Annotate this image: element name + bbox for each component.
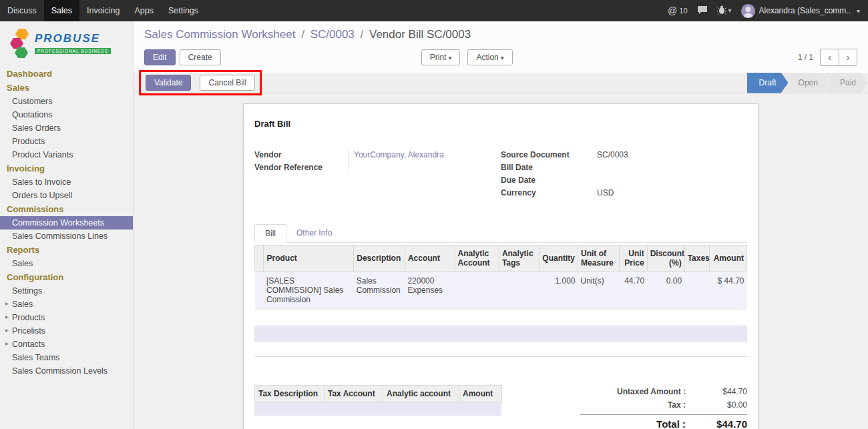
row-handle [255,272,264,310]
sidebar-section-commissions[interactable]: Commissions [0,202,133,216]
menu-sales[interactable]: Sales [44,0,79,21]
tax-label: Tax : [580,398,694,412]
sidebar-item-sales-to-invoice[interactable]: Sales to Invoice [0,175,133,189]
cell-analytic-tags [499,272,539,310]
annotation-highlight-box: Validate Cancel Bill [139,70,262,95]
tab-other-info[interactable]: Other Info [286,224,342,243]
vendor-reference-label: Vendor Reference [254,161,348,174]
cell-amount: $ 44.70 [709,272,746,310]
status-paid: Paid [824,73,868,93]
cell-analytic-account [455,272,499,310]
tab-bill[interactable]: Bill [254,224,286,243]
sidebar-item-sales-commissions-lines[interactable]: Sales Commissions Lines [0,230,133,243]
sidebar-section-configuration[interactable]: Configuration [0,270,133,284]
sidebar-section-reports[interactable]: Reports [0,243,133,257]
vendor-reference-value [348,161,501,174]
avatar [741,4,755,18]
breadcrumb: Sales Commission Worksheet / SC/0003 / V… [144,28,857,41]
company-logo: PROBUSE PROFESSIONAL BUSINESS [0,21,133,67]
col-tax-amount: Amount [459,386,502,402]
logo-hexagons-icon [8,28,31,59]
tax-lines-table: Tax Description Tax Account Analytic acc… [254,385,501,429]
sidebar-item-sales-orders[interactable]: Sales Orders [0,121,133,135]
vendor-label: Vendor [254,149,348,161]
col-tax-account: Tax Account [324,386,383,402]
logo-subtitle: PROFESSIONAL BUSINESS [35,48,111,54]
create-button[interactable]: Create [180,49,221,65]
sidebar-item-reports-sales[interactable]: Sales [0,257,133,270]
breadcrumb-current: Vendor Bill SC/0003 [369,28,471,41]
sidebar-item-products[interactable]: Products [0,135,133,148]
invoice-line-row[interactable]: [SALES COMMISSION] Sales Commission Sale… [255,272,747,310]
sidebar-section-invoicing[interactable]: Invoicing [0,161,133,175]
col-analytic-tags: Analytic Tags [499,246,539,272]
sidebar-section-sales[interactable]: Sales [0,81,133,95]
cell-unit-price: 44.70 [620,272,647,310]
menu-apps[interactable]: Apps [127,0,161,21]
cell-quantity: 1.000 [539,272,578,310]
status-draft: Draft [747,73,789,93]
validate-button[interactable]: Validate [146,75,191,91]
sidebar-item-config-settings[interactable]: Settings [0,284,133,298]
user-menu[interactable]: Alexandra (Sales_comm.. [741,4,860,18]
sidebar-item-sales-commission-levels[interactable]: Sales Commission Levels [0,364,133,378]
pager-previous-button[interactable] [820,49,839,66]
empty-list-stripe [254,326,747,342]
control-panel: Sales Commission Worksheet / SC/0003 / V… [134,21,868,73]
sidebar-nav: Dashboard Sales Customers Quotations Sal… [0,67,133,378]
empty-tax-row-stripe [254,402,501,416]
mentions-button[interactable]: 10 [668,5,687,16]
user-name: Alexandra (Sales_comm.. [759,6,851,15]
untaxed-amount-label: Untaxed Amount : [580,385,694,398]
sidebar-item-dashboard[interactable]: Dashboard [0,67,133,81]
sidebar-item-quotations[interactable]: Quotations [0,108,133,121]
cell-taxes [684,272,709,310]
edit-button[interactable]: Edit [144,49,176,65]
pager-next-button[interactable] [839,49,857,66]
currency-label: Currency [501,187,597,199]
col-product: Product [264,246,354,272]
messages-icon[interactable] [697,5,708,17]
print-dropdown-button[interactable]: Print [421,49,461,65]
cell-uom: Unit(s) [578,272,620,310]
bill-date-label: Bill Date [501,161,597,174]
status-open: Open [783,73,830,93]
cell-account: 220000 Expenses [405,272,455,310]
sidebar-item-config-contacts[interactable]: Contacts [0,338,133,351]
col-taxes: Taxes [684,246,709,272]
action-dropdown-button[interactable]: Action [467,49,512,65]
col-description: Description [354,246,405,272]
sidebar-item-config-pricelists[interactable]: Pricelists [0,324,133,338]
sidebar-item-commission-worksheets[interactable]: Commission Worksheets [0,216,133,230]
total-label: Total : [580,418,694,429]
menu-settings[interactable]: Settings [161,0,206,21]
sidebar-item-config-sales[interactable]: Sales [0,298,133,311]
sidebar-item-sales-teams[interactable]: Sales Teams [0,351,133,364]
sidebar-item-orders-to-upsell[interactable]: Orders to Upsell [0,189,133,202]
form-sheet: Draft Bill Vendor YourCompany, Alexandra… [243,103,758,429]
notebook-tabs: Bill Other Info [254,224,747,243]
sidebar-item-customers[interactable]: Customers [0,95,133,108]
empty-tax-row [254,416,501,429]
sidebar: PROBUSE PROFESSIONAL BUSINESS Dashboard … [0,21,134,429]
chevron-down-icon [855,6,860,15]
due-date-label: Due Date [501,174,597,187]
sidebar-item-product-variants[interactable]: Product Variants [0,148,133,161]
chevron-down-icon [446,53,451,62]
debug-menu[interactable] [717,5,732,17]
untaxed-amount-value: $44.70 [694,385,747,398]
col-amount: Amount [709,246,746,272]
totals-block: Untaxed Amount : $44.70 Tax : $0.00 Tota… [580,385,747,429]
cancel-bill-button[interactable]: Cancel Bill [200,75,255,91]
handle-column-header [255,246,264,272]
bug-icon [717,5,726,17]
breadcrumb-record-link[interactable]: SC/0003 [310,28,355,41]
breadcrumb-worksheet-link[interactable]: Sales Commission Worksheet [144,28,295,41]
menu-invoicing[interactable]: Invoicing [79,0,127,21]
app-menu: Discuss Sales Invoicing Apps Settings [0,0,206,21]
chevron-down-icon [726,5,732,15]
sidebar-item-config-products[interactable]: Products [0,311,133,324]
vendor-value-link[interactable]: YourCompany, Alexandra [348,149,501,161]
menu-discuss[interactable]: Discuss [0,0,44,21]
status-steps: Draft Open Paid [747,73,868,93]
